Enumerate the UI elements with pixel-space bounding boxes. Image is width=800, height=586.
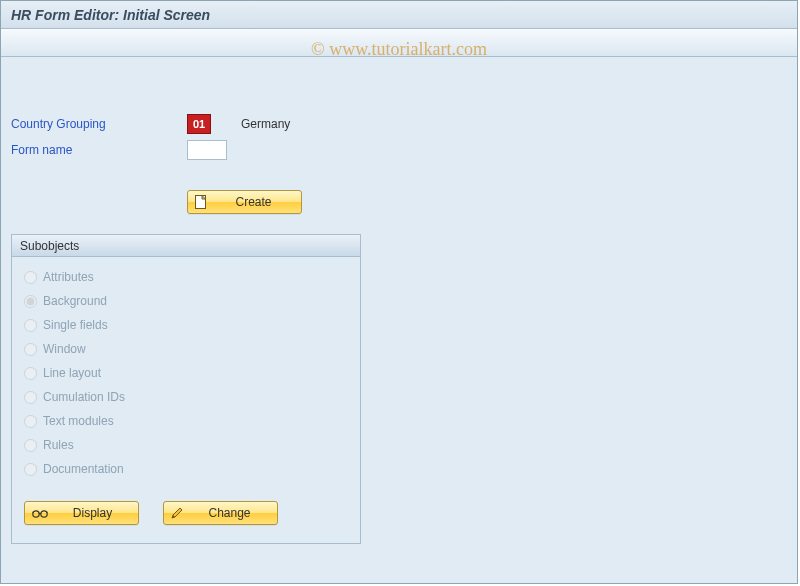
svg-point-3 bbox=[41, 511, 47, 517]
radio-label: Attributes bbox=[43, 270, 94, 284]
svg-line-5 bbox=[47, 512, 48, 513]
radio-background[interactable]: Background bbox=[24, 289, 348, 313]
content-area: Country Grouping 01 Germany Form name Cr… bbox=[1, 57, 797, 554]
radio-text-modules[interactable]: Text modules bbox=[24, 409, 348, 433]
create-row: Create bbox=[11, 190, 787, 214]
radio-single-fields[interactable]: Single fields bbox=[24, 313, 348, 337]
radio-input[interactable] bbox=[24, 415, 37, 428]
country-grouping-label: Country Grouping bbox=[11, 117, 187, 131]
display-button-label: Display bbox=[57, 506, 128, 520]
document-icon bbox=[194, 194, 208, 210]
form-name-label: Form name bbox=[11, 143, 187, 157]
radio-label: Line layout bbox=[43, 366, 101, 380]
radio-input[interactable] bbox=[24, 343, 37, 356]
radio-input[interactable] bbox=[24, 319, 37, 332]
radio-input[interactable] bbox=[24, 271, 37, 284]
create-button[interactable]: Create bbox=[187, 190, 302, 214]
groupbox-button-row: Display Change bbox=[12, 485, 360, 543]
radio-label: Cumulation IDs bbox=[43, 390, 125, 404]
subobjects-list: Attributes Background Single fields Wind… bbox=[12, 257, 360, 485]
country-grouping-display: Germany bbox=[241, 117, 290, 131]
radio-input[interactable] bbox=[24, 295, 37, 308]
glasses-icon bbox=[31, 507, 49, 519]
radio-documentation[interactable]: Documentation bbox=[24, 457, 348, 481]
app-window: HR Form Editor: Initial Screen © www.tut… bbox=[0, 0, 798, 584]
page-title: HR Form Editor: Initial Screen bbox=[11, 7, 210, 23]
radio-label: Window bbox=[43, 342, 86, 356]
radio-input[interactable] bbox=[24, 367, 37, 380]
radio-rules[interactable]: Rules bbox=[24, 433, 348, 457]
application-toolbar bbox=[1, 29, 797, 57]
radio-label: Single fields bbox=[43, 318, 108, 332]
display-button[interactable]: Display bbox=[24, 501, 139, 525]
radio-label: Rules bbox=[43, 438, 74, 452]
title-bar: HR Form Editor: Initial Screen bbox=[1, 1, 797, 29]
radio-line-layout[interactable]: Line layout bbox=[24, 361, 348, 385]
radio-window[interactable]: Window bbox=[24, 337, 348, 361]
change-button-label: Change bbox=[192, 506, 267, 520]
radio-cumulation-ids[interactable]: Cumulation IDs bbox=[24, 385, 348, 409]
form-name-input[interactable] bbox=[187, 140, 227, 160]
radio-input[interactable] bbox=[24, 439, 37, 452]
create-button-label: Create bbox=[216, 195, 291, 209]
radio-label: Text modules bbox=[43, 414, 114, 428]
radio-input[interactable] bbox=[24, 391, 37, 404]
country-grouping-row: Country Grouping 01 Germany bbox=[11, 112, 787, 136]
pencil-icon bbox=[170, 506, 184, 520]
form-name-row: Form name bbox=[11, 138, 787, 162]
subobjects-group: Subobjects Attributes Background Single … bbox=[11, 234, 361, 544]
country-grouping-input[interactable]: 01 bbox=[187, 114, 211, 134]
radio-input[interactable] bbox=[24, 463, 37, 476]
change-button[interactable]: Change bbox=[163, 501, 278, 525]
svg-line-4 bbox=[33, 512, 34, 513]
svg-point-2 bbox=[33, 511, 39, 517]
radio-attributes[interactable]: Attributes bbox=[24, 265, 348, 289]
radio-label: Documentation bbox=[43, 462, 124, 476]
radio-label: Background bbox=[43, 294, 107, 308]
subobjects-title: Subobjects bbox=[12, 235, 360, 257]
